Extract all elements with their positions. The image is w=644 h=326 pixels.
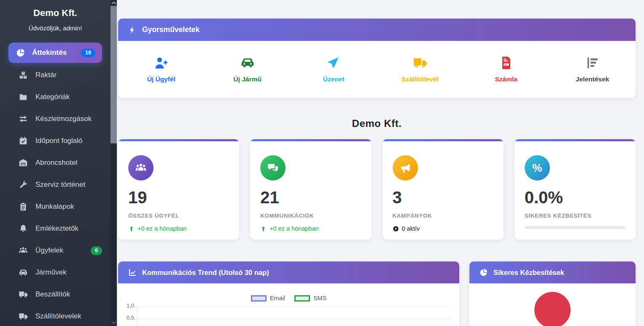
stat-card-sikeres-kezbesites: %0.0%SIKERES KÉZBESÍTÉS: [515, 139, 636, 240]
users-icon: [128, 155, 154, 181]
users-icon: [19, 246, 28, 255]
car-icon: [19, 268, 28, 277]
quick-actions-body: Új ÜgyfélÚj JárműÜzenetSzállítólevélSzám…: [118, 41, 636, 98]
quick-action-label: Jelentések: [576, 75, 609, 83]
quick-actions-header: Gyorsműveletek: [118, 19, 636, 41]
bell-icon: [19, 224, 28, 233]
truck-icon: [19, 312, 28, 321]
quick-action-uzenet[interactable]: Üzenet: [291, 56, 377, 83]
trend-chart-area: EmailSMS 1,0 0,5: [118, 283, 459, 326]
quick-action-uj-jarmu[interactable]: Új Jármű: [205, 56, 291, 83]
sidebar-item-raktar[interactable]: Raktár: [0, 64, 110, 86]
sidebar-item-keszletmozgasok[interactable]: Készletmozgások: [0, 108, 110, 130]
stat-value: 21: [260, 189, 361, 206]
quick-action-label: Új Ügyfél: [147, 75, 175, 83]
sidebar-item-label: Szerviz történet: [35, 181, 85, 189]
warehouse-icon: [19, 158, 28, 167]
legend-item-email[interactable]: Email: [251, 295, 285, 302]
count-badge: 0: [91, 246, 102, 255]
sidebar-item-jarmuvek[interactable]: Járművek: [0, 261, 110, 283]
sidebar: Demo Kft. Üdvözöljük, admin! Áttekintés1…: [0, 0, 110, 326]
wrench-icon: [19, 180, 28, 189]
sidebar-item-emlekeztetok[interactable]: Emlékeztetők: [0, 218, 110, 240]
quick-action-label: Üzenet: [323, 75, 345, 83]
scroll-down-icon[interactable]: [111, 319, 116, 324]
sidebar-item-label: Időpont foglaló: [35, 137, 83, 145]
sidebar-nav: Áttekintés19RaktárKategóriákKészletmozgá…: [0, 43, 110, 326]
calendar-check-icon: [19, 136, 28, 145]
sidebar-item-szallitolevelek[interactable]: Szállítólevelek: [0, 305, 110, 326]
deliveries-panel-header: Sikeres Kézbesítések: [469, 261, 636, 283]
comments-icon: [267, 162, 279, 174]
exchange-arrows-icon: [19, 114, 28, 124]
y-tick-1: 1,0: [121, 302, 134, 309]
stat-cards: 19ÖSSZES ÜGYFÉL+0 ez a hónapban21KOMMUNI…: [118, 139, 636, 240]
sidebar-item-beszallitok[interactable]: Beszállítók: [0, 283, 110, 305]
paper-plane-icon: [326, 56, 342, 70]
stat-label: SIKERES KÉZBESÍTÉS: [525, 213, 625, 219]
scrollbar-thumb[interactable]: [110, 6, 117, 143]
trend-panel-header: Kommunikációs Trend (Utolsó 30 nap): [118, 261, 459, 283]
bar-chart-icon: [585, 56, 601, 70]
clipboard-icon: [19, 202, 28, 211]
sidebar-item-idopont-foglalo[interactable]: Időpont foglaló: [0, 130, 110, 152]
arrow-up-icon: [128, 226, 135, 232]
sidebar-scrollbar[interactable]: [110, 0, 117, 326]
stat-value: 3: [393, 189, 493, 206]
sidebar-item-label: Emlékeztetők: [35, 224, 78, 233]
sidebar-item-label: Áttekintés: [32, 48, 67, 57]
folder-icon: [19, 92, 28, 102]
quick-action-szamla[interactable]: Számla: [463, 56, 550, 83]
stat-subtext: +0 ez a hónapban: [260, 225, 361, 232]
megaphone-icon: [393, 155, 418, 181]
quick-action-szallitolevel[interactable]: Szállítólevél: [377, 56, 463, 83]
stat-value: 0.0%: [525, 189, 625, 206]
user-plus-icon: [153, 56, 169, 70]
pie-chart-icon: [480, 268, 488, 277]
chart-line-icon: [128, 268, 137, 277]
sidebar-item-szerviz-tortenet[interactable]: Szerviz történet: [0, 174, 110, 196]
percent-icon: %: [525, 155, 550, 181]
gridline: [137, 307, 450, 307]
deliveries-panel: Sikeres Kézbesítések: [469, 261, 636, 326]
comments-icon: [260, 155, 286, 181]
sidebar-item-kategoriak[interactable]: Kategóriák: [0, 86, 110, 108]
stat-subtext-label: 0 aktív: [402, 225, 420, 232]
communication-trend-panel: Kommunikációs Trend (Utolsó 30 nap) Emai…: [118, 261, 459, 326]
legend-item-sms[interactable]: SMS: [294, 295, 326, 302]
boxes-icon: [19, 70, 28, 80]
sidebar-item-label: Raktár: [35, 71, 57, 79]
sidebar-item-munkalapok[interactable]: Munkalapok: [0, 196, 110, 218]
sidebar-item-label: Abroncshotel: [35, 159, 77, 167]
sidebar-welcome-text: Üdvözöljük, admin!: [0, 24, 110, 32]
megaphone-icon: [399, 162, 411, 174]
dashboard-page: Demo Kft. Üdvözöljük, admin! Áttekintés1…: [0, 0, 644, 326]
delivery-progress-bar: [525, 226, 625, 229]
quick-action-jelentesek[interactable]: Jelentések: [550, 56, 636, 83]
stat-subtext: 0 aktív: [393, 225, 493, 232]
main-content: Gyorsműveletek Új ÜgyfélÚj JárműÜzenetSz…: [117, 0, 644, 326]
stat-card-kampanyok: 3KAMPÁNYOK0 aktív: [383, 139, 504, 240]
truck-icon: [19, 290, 28, 299]
invoice-icon: [498, 56, 514, 70]
sidebar-item-label: Ügyfelek: [35, 246, 63, 255]
scroll-up-icon[interactable]: [111, 1, 116, 6]
quick-action-uj-ugyfel[interactable]: Új Ügyfél: [118, 56, 205, 83]
sidebar-item-abroncshotel[interactable]: Abroncshotel: [0, 152, 110, 174]
quick-action-label: Szállítólevél: [401, 75, 439, 83]
count-badge: 19: [81, 48, 95, 57]
stat-card-kommunikaciok: 21KOMMUNIKÁCIÓK+0 ez a hónapban: [250, 139, 371, 240]
stat-subtext-label: +0 ez a hónapban: [269, 225, 319, 232]
quick-actions-panel: Gyorsműveletek Új ÜgyfélÚj JárműÜzenetSz…: [118, 19, 636, 98]
deliveries-donut-chart: [534, 292, 571, 326]
lightning-icon: [128, 26, 137, 34]
truck-icon: [412, 56, 428, 70]
arrow-up-icon: [260, 226, 267, 232]
sidebar-item-label: Kategóriák: [35, 93, 70, 101]
stat-label: KAMPÁNYOK: [393, 213, 493, 219]
sidebar-item-ugyfelek[interactable]: Ügyfelek0: [0, 240, 110, 261]
stat-label: ÖSSZES ÜGYFÉL: [128, 213, 229, 219]
play-circle-icon: [393, 226, 399, 232]
sidebar-item-attekintes[interactable]: Áttekintés19: [8, 43, 102, 63]
legend-label: Email: [270, 295, 285, 302]
